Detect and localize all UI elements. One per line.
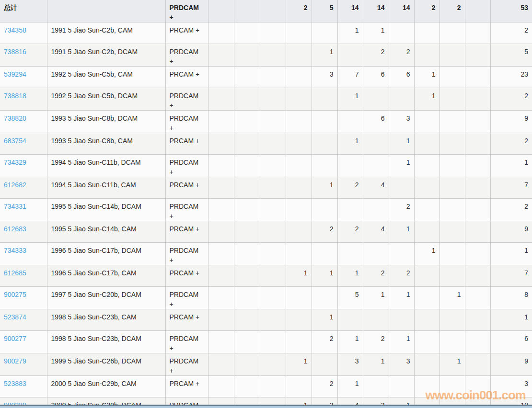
count-header-cell <box>465 0 490 23</box>
cert-link[interactable]: 738816 <box>4 48 26 56</box>
count-cell <box>260 111 286 133</box>
count-cell <box>465 353 490 376</box>
cert-link[interactable]: 734358 <box>4 26 26 34</box>
count-cell: 1 <box>389 221 414 243</box>
count-cell <box>234 44 260 67</box>
table-row: 7388181992 5 Jiao Sun-C5b, DCAMPRDCAM +1… <box>0 88 532 111</box>
table-row: 9002771998 5 Jiao Sun-C23b, DCAMPRDCAM +… <box>0 331 532 353</box>
count-cell: 4 <box>363 221 389 243</box>
grade-cell: PRCAM + <box>165 177 208 199</box>
count-header-cell: 14 <box>337 0 363 23</box>
count-cell <box>260 88 286 111</box>
count-cell <box>414 376 439 397</box>
count-cell <box>286 331 312 353</box>
cert-link[interactable]: 523883 <box>4 380 26 387</box>
cert-link[interactable]: 612683 <box>4 225 26 233</box>
cert-link[interactable]: 683754 <box>4 137 26 145</box>
cert-link[interactable]: 734333 <box>4 247 26 254</box>
coin-description-cell: 1993 5 Jiao Sun-C8b, CAM <box>47 133 165 155</box>
count-cell <box>439 111 465 133</box>
cert-id-cell: 900279 <box>0 353 47 376</box>
count-cell: 1 <box>439 287 465 309</box>
count-cell: 2 <box>389 199 414 221</box>
count-cell <box>286 23 312 44</box>
count-cell <box>260 265 286 287</box>
count-cell <box>312 199 337 221</box>
count-cell <box>465 265 490 287</box>
count-cell <box>439 243 465 265</box>
count-cell: 2 <box>363 331 389 353</box>
count-cell <box>260 243 286 265</box>
cert-id-cell: 612682 <box>0 177 47 199</box>
description-header-cell <box>47 0 165 23</box>
grand-total-header-cell: 53 <box>490 0 532 23</box>
table-row: 7388201993 5 Jiao Sun-C8b, DCAMPRDCAM +6… <box>0 111 532 133</box>
count-cell <box>286 111 312 133</box>
cert-link[interactable]: 738818 <box>4 92 26 100</box>
row-total-cell: 7 <box>490 177 532 199</box>
count-cell <box>414 199 439 221</box>
count-cell <box>465 23 490 44</box>
grade-cell: PRCAM + <box>165 376 208 397</box>
row-total-cell: 23 <box>490 67 532 88</box>
cert-link[interactable]: 900275 <box>4 291 26 298</box>
count-cell <box>465 331 490 353</box>
count-cell <box>439 309 465 331</box>
cert-link[interactable]: 734331 <box>4 203 26 210</box>
count-cell <box>286 177 312 199</box>
count-cell <box>439 88 465 111</box>
table-row: 7343311995 5 Jiao Sun-C14b, DCAMPRDCAM +… <box>0 199 532 221</box>
count-cell: 1 <box>337 133 363 155</box>
count-cell <box>414 111 439 133</box>
count-header-cell: 2 <box>286 0 312 23</box>
cert-link[interactable]: 612682 <box>4 181 26 189</box>
row-total-cell: 9 <box>490 111 532 133</box>
table-row: 7343331996 5 Jiao Sun-C17b, DCAMPRDCAM +… <box>0 243 532 265</box>
count-cell <box>312 287 337 309</box>
count-cell <box>414 133 439 155</box>
count-cell <box>439 331 465 353</box>
cert-link[interactable]: 539294 <box>4 70 26 78</box>
count-cell <box>389 243 414 265</box>
cert-link[interactable]: 900277 <box>4 335 26 342</box>
count-cell <box>260 133 286 155</box>
count-cell <box>234 221 260 243</box>
count-cell <box>260 23 286 44</box>
coin-description-cell: 1998 5 Jiao Sun-C23b, DCAM <box>47 331 165 353</box>
count-cell <box>234 67 260 88</box>
row-total-cell: 2 <box>490 88 532 111</box>
count-cell <box>439 177 465 199</box>
count-cell <box>414 265 439 287</box>
count-cell <box>260 44 286 67</box>
count-cell <box>234 376 260 397</box>
table-row: 6126851996 5 Jiao Sun-C17b, CAMPRCAM +11… <box>0 265 532 287</box>
count-cell <box>363 155 389 177</box>
cert-link[interactable]: 900279 <box>4 357 26 365</box>
cert-link[interactable]: 612685 <box>4 269 26 277</box>
row-total-cell: 1 <box>490 243 532 265</box>
count-cell <box>208 243 234 265</box>
count-cell <box>312 111 337 133</box>
cert-link[interactable]: 734329 <box>4 159 26 166</box>
count-cell <box>286 199 312 221</box>
horizontal-scrollbar[interactable] <box>0 405 532 408</box>
count-cell <box>286 309 312 331</box>
count-cell <box>260 199 286 221</box>
count-cell: 2 <box>337 221 363 243</box>
count-cell: 1 <box>389 331 414 353</box>
row-total-cell: 1 <box>490 309 532 331</box>
count-cell <box>439 44 465 67</box>
count-header-cell: 14 <box>363 0 389 23</box>
count-cell <box>286 88 312 111</box>
count-cell <box>439 376 465 397</box>
count-cell <box>286 133 312 155</box>
count-cell <box>337 243 363 265</box>
cert-link[interactable]: 738820 <box>4 114 26 122</box>
totals-row: 总计 PRDCAM + 2 5 14 14 14 2 2 53 <box>0 0 532 23</box>
cert-link[interactable]: 523874 <box>4 313 26 321</box>
row-total-cell: 8 <box>490 287 532 309</box>
count-cell <box>363 133 389 155</box>
count-cell <box>389 23 414 44</box>
count-cell <box>208 376 234 397</box>
coin-description-cell: 1996 5 Jiao Sun-C17b, DCAM <box>47 243 165 265</box>
